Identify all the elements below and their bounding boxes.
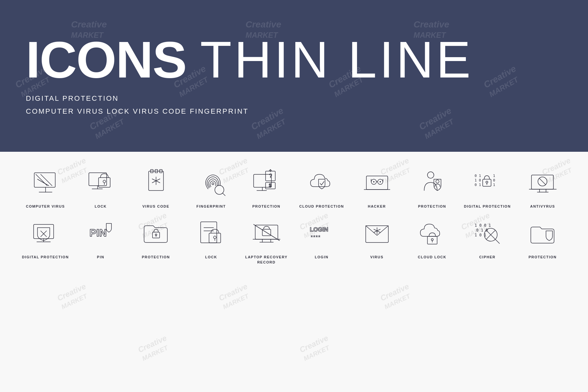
watermark: CreativeMARKET bbox=[379, 282, 415, 311]
icon-label: PROTECTION bbox=[418, 204, 446, 209]
list-item: DIGITAL PROTECTION bbox=[19, 215, 71, 265]
icon-label: COMPUTER VIRUS bbox=[26, 204, 65, 209]
laptop-recovery-icon bbox=[247, 215, 286, 251]
icon-label: VIRUS bbox=[370, 255, 383, 260]
folder-shield-icon bbox=[523, 215, 562, 251]
svg-line-56 bbox=[539, 178, 546, 185]
list-item: LAPTOP RECOVERY RECORD bbox=[240, 215, 292, 265]
virus-email-icon bbox=[358, 215, 396, 251]
list-item: FINGERPRINT bbox=[185, 165, 237, 209]
virus-code-icon bbox=[137, 165, 175, 200]
icon-label: LAPTOP RECOVERY RECORD bbox=[240, 255, 292, 265]
icon-label: CIPHER bbox=[479, 255, 496, 260]
svg-rect-69 bbox=[209, 233, 221, 243]
list-item: COMPUTER VIRUS bbox=[19, 165, 71, 209]
list-item: 1 0 0 1 0 1 0 1 0 1 CIPHER bbox=[461, 215, 513, 265]
cipher-icon: 1 0 0 1 0 1 0 1 0 1 bbox=[468, 215, 507, 251]
list-item: CLOUD LOCK bbox=[406, 215, 458, 265]
svg-text:1 0: 1 0 bbox=[475, 178, 481, 182]
svg-text:?: ? bbox=[269, 173, 272, 179]
person-protection-icon bbox=[413, 165, 452, 200]
protection-monitor-icon: ? $ bbox=[247, 165, 286, 200]
icon-label: DIGITAL PROTECTION bbox=[22, 255, 69, 260]
svg-text:LOGIN: LOGIN bbox=[310, 226, 328, 233]
cloud-lock-icon bbox=[413, 215, 452, 251]
svg-text:PIN: PIN bbox=[89, 227, 107, 239]
svg-point-39 bbox=[427, 172, 434, 178]
list-item: HACKER bbox=[351, 165, 403, 209]
title-bold: ICONS bbox=[26, 31, 186, 88]
title-thin: THIN LINE bbox=[200, 31, 473, 88]
digital-protection-icon: 0 1 1 0 0 1 1 0 1 bbox=[468, 165, 507, 200]
icon-label: PROTECTION bbox=[529, 255, 557, 260]
document-lock-icon bbox=[192, 215, 231, 251]
icon-label: CLOUD PROTECTION bbox=[299, 204, 344, 209]
list-item: ? $ PROTECTION bbox=[240, 165, 292, 209]
svg-text:0: 0 bbox=[493, 178, 495, 182]
icon-label: CLOUD LOCK bbox=[418, 255, 446, 260]
svg-text:****: **** bbox=[310, 234, 320, 241]
svg-rect-0 bbox=[34, 173, 55, 187]
svg-rect-63 bbox=[152, 232, 160, 238]
watermark: CreativeMARKET bbox=[56, 282, 91, 311]
svg-rect-47 bbox=[483, 179, 491, 186]
svg-point-70 bbox=[214, 236, 216, 239]
svg-line-5 bbox=[37, 179, 49, 186]
svg-text:1 0 0 1: 1 0 0 1 bbox=[475, 223, 491, 228]
icon-label: LOGIN bbox=[315, 255, 328, 260]
list-item: PROTECTION bbox=[517, 215, 569, 265]
icons-section: CreativeMARKET CreativeMARKET CreativeMA… bbox=[0, 152, 588, 392]
fingerprint-icon bbox=[192, 165, 231, 200]
list-item: 0 1 1 0 0 1 1 0 1 DIGITAL PROTECTION bbox=[461, 165, 513, 209]
list-item: PROTECTION bbox=[406, 165, 458, 209]
icon-label: VIRUS CODE bbox=[142, 204, 169, 209]
list-item: VIRUS bbox=[351, 215, 403, 265]
svg-point-10 bbox=[103, 180, 106, 183]
list-item: VIRUS CODE bbox=[130, 165, 182, 209]
watermark: CreativeMARKET bbox=[217, 282, 253, 311]
list-item: ANTIVYRUS bbox=[517, 165, 569, 209]
list-item: PIN PIN bbox=[75, 215, 127, 265]
watermark: CreativeMARKET bbox=[137, 334, 172, 363]
header-section: ICONS THIN LINE DIGITAL PROTECTION COMPU… bbox=[0, 0, 588, 152]
icon-label: LOCK bbox=[205, 255, 217, 260]
icon-label: DIGITAL PROTECTION bbox=[464, 204, 511, 209]
svg-text:0 1: 0 1 bbox=[475, 183, 481, 187]
svg-point-19 bbox=[212, 183, 214, 185]
icon-label: PROTECTION bbox=[142, 255, 170, 260]
antivirus-icon bbox=[523, 165, 562, 200]
icon-label: FINGERPRINT bbox=[196, 204, 226, 209]
monitor-shield-icon bbox=[26, 215, 65, 251]
svg-text:0 1: 0 1 bbox=[475, 174, 481, 178]
list-item: PROTECTION bbox=[130, 215, 182, 265]
svg-line-21 bbox=[223, 193, 225, 196]
folder-lock-icon bbox=[137, 215, 175, 251]
icon-label: LOCK bbox=[95, 204, 107, 209]
computer-virus-icon bbox=[26, 165, 65, 200]
login-icon: LOGIN **** bbox=[302, 215, 341, 251]
svg-rect-6 bbox=[89, 173, 107, 186]
svg-point-86 bbox=[431, 239, 433, 241]
svg-point-40 bbox=[436, 180, 439, 183]
svg-rect-32 bbox=[366, 176, 388, 190]
svg-point-38 bbox=[380, 181, 381, 182]
icon-label: ANTIVYRUS bbox=[530, 204, 555, 209]
svg-rect-66 bbox=[201, 222, 217, 243]
cloud-protection-icon bbox=[302, 165, 341, 200]
svg-point-37 bbox=[373, 181, 374, 182]
icons-grid: COMPUTER VIRUS LOCK bbox=[19, 165, 569, 265]
watermark: CreativeMARKET bbox=[298, 334, 334, 363]
svg-line-94 bbox=[496, 240, 499, 243]
svg-rect-57 bbox=[34, 224, 54, 239]
list-item: CLOUD PROTECTION bbox=[296, 165, 348, 209]
svg-text:1: 1 bbox=[493, 174, 495, 178]
svg-text:1: 1 bbox=[493, 183, 495, 187]
list-item: LOCK bbox=[185, 215, 237, 265]
list-item: LOCK bbox=[75, 165, 127, 209]
hacker-icon bbox=[358, 165, 396, 200]
svg-text:$: $ bbox=[269, 183, 271, 188]
svg-rect-85 bbox=[427, 236, 437, 244]
icon-label: HACKER bbox=[368, 204, 386, 209]
header-subtitle: DIGITAL PROTECTION COMPUTER VIRUS LOCK V… bbox=[26, 92, 562, 118]
svg-line-4 bbox=[41, 174, 52, 186]
